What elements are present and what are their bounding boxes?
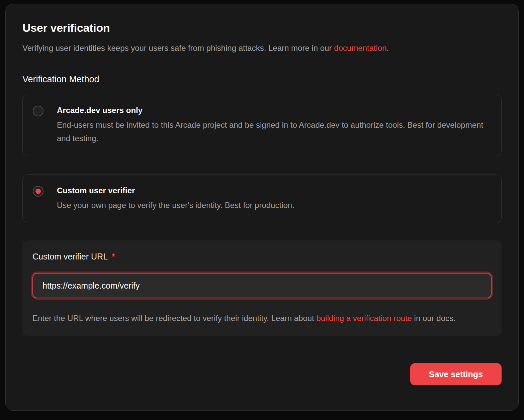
option-text-block: Custom user verifier Use your own page t… [57,185,294,212]
custom-verifier-url-helper: Enter the URL where users will be redire… [32,312,488,325]
user-verification-card: User verification Verifying user identit… [5,4,519,411]
helper-suffix: in our docs. [412,314,456,323]
option-text-block: Arcade.dev users only End-users must be … [57,105,491,145]
option-label: Custom user verifier [57,185,294,196]
option-label: Arcade.dev users only [57,105,491,116]
radio-dot [35,108,41,114]
option-custom-user-verifier[interactable]: Custom user verifier Use your own page t… [22,174,502,223]
option-description: End-users must be invited to this Arcade… [57,118,491,145]
subtitle-text: Verifying user identities keeps your use… [22,43,334,52]
footer-actions: Save settings [22,363,502,385]
required-asterisk: * [112,252,115,261]
building-verification-route-link[interactable]: building a verification route [316,314,412,323]
verification-method-heading: Verification Method [22,74,502,85]
documentation-link[interactable]: documentation [334,43,386,52]
custom-verifier-url-input[interactable] [32,273,492,298]
custom-verifier-url-panel: Custom verifier URL* Enter the URL where… [22,240,502,336]
page-title: User verification [22,21,502,35]
save-settings-button[interactable]: Save settings [410,363,502,385]
helper-text: Enter the URL where users will be redire… [32,314,316,323]
custom-verifier-url-label-row: Custom verifier URL* [32,252,492,261]
radio-arcade-users-only[interactable] [33,106,43,116]
custom-verifier-url-label: Custom verifier URL [32,252,108,261]
radio-custom-user-verifier[interactable] [33,186,43,197]
option-description: Use your own page to verify the user's i… [57,199,294,212]
option-arcade-users-only[interactable]: Arcade.dev users only End-users must be … [22,94,502,156]
subtitle-period: . [387,43,389,52]
radio-dot [35,189,41,194]
page-subtitle: Verifying user identities keeps your use… [22,43,502,54]
